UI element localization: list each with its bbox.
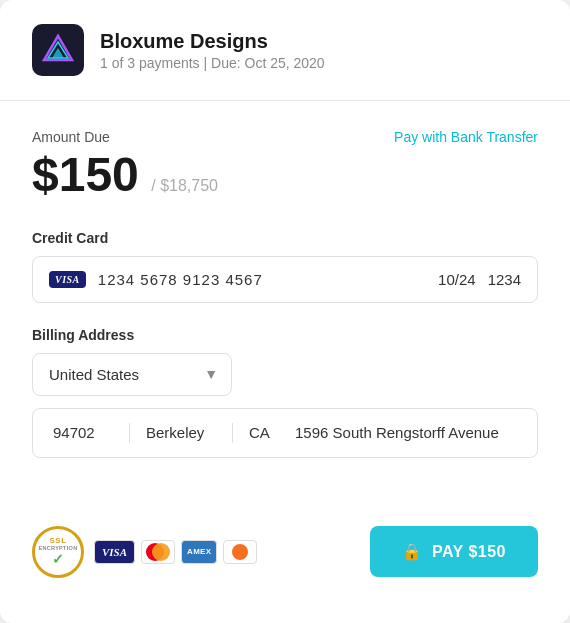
card-expiry: 10/24 [438, 271, 476, 288]
card-number: 1234 5678 9123 4567 [98, 271, 426, 288]
card-logos: VISA AMEX [94, 540, 257, 564]
lock-icon: 🔒 [402, 542, 423, 561]
ssl-badge: SSL ENCRYPTION ✓ [32, 526, 84, 578]
pay-button-label: PAY $150 [432, 543, 506, 561]
amount-total: / $18,750 [151, 177, 218, 194]
country-select[interactable]: United States Canada United Kingdom Aust… [32, 353, 232, 396]
amex-logo: AMEX [181, 540, 217, 564]
amount-main: $150 [32, 148, 139, 201]
header: Bloxume Designs 1 of 3 payments | Due: O… [0, 0, 570, 101]
discover-circle [232, 544, 248, 560]
header-text: Bloxume Designs 1 of 3 payments | Due: O… [100, 30, 325, 71]
card-cvv: 1234 [488, 271, 521, 288]
address-city: Berkeley [146, 424, 216, 441]
mc-circle-right [152, 543, 170, 561]
address-zip: 94702 [53, 424, 113, 441]
company-logo [32, 24, 84, 76]
address-divider-2 [232, 423, 233, 443]
payment-info: 1 of 3 payments | Due: Oct 25, 2020 [100, 55, 325, 71]
company-name: Bloxume Designs [100, 30, 325, 53]
footer: SSL ENCRYPTION ✓ VISA AMEX 🔒 PAY $150 [0, 502, 570, 610]
bank-transfer-link[interactable]: Pay with Bank Transfer [394, 129, 538, 145]
address-divider [129, 423, 130, 443]
mastercard-logo [141, 540, 175, 564]
amount-display: $150 / $18,750 [32, 149, 538, 202]
amount-section: Amount Due Pay with Bank Transfer [32, 129, 538, 145]
billing-label: Billing Address [32, 327, 538, 343]
credit-card-field[interactable]: VISA 1234 5678 9123 4567 10/24 1234 [32, 256, 538, 303]
checkmark-icon: ✓ [52, 552, 64, 567]
discover-logo [223, 540, 257, 564]
visa-logo: VISA [94, 540, 135, 564]
amount-due-label: Amount Due [32, 129, 110, 145]
pay-button[interactable]: 🔒 PAY $150 [370, 526, 539, 577]
credit-card-label: Credit Card [32, 230, 538, 246]
payment-card: Bloxume Designs 1 of 3 payments | Due: O… [0, 0, 570, 623]
footer-left: SSL ENCRYPTION ✓ VISA AMEX [32, 526, 257, 578]
address-street: 1596 South Rengstorff Avenue [295, 424, 517, 441]
main-content: Amount Due Pay with Bank Transfer $150 /… [0, 101, 570, 502]
address-row[interactable]: 94702 Berkeley CA 1596 South Rengstorff … [32, 408, 538, 458]
country-select-wrapper: United States Canada United Kingdom Aust… [32, 353, 232, 396]
billing-section: Billing Address United States Canada Uni… [32, 327, 538, 458]
address-state: CA [249, 424, 279, 441]
ssl-text: SSL [49, 537, 66, 546]
visa-badge: VISA [49, 271, 86, 288]
